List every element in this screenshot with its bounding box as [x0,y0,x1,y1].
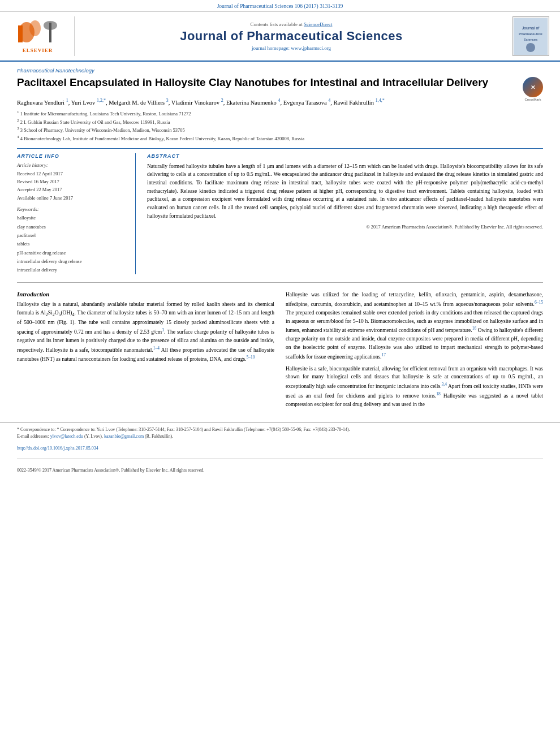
issn-text: 0022-3549/© 2017 American Pharmacists As… [17,467,543,474]
doi-link[interactable]: http://dx.doi.org/10.1016/j.xphs.2017.05… [17,446,98,451]
article-body: Pharmaceutical Nanotechnology Paclitaxel… [0,62,560,418]
article-dates: Received 12 April 2017 Revised 16 May 20… [17,170,128,202]
article-info-column: ARTICLE INFO Article history: Received 1… [17,153,136,275]
keyword-3: paclitaxel [17,231,128,240]
homepage-link[interactable]: www.jpharmsci.org [291,45,331,51]
keywords-label: Keywords: [17,206,128,212]
journal-logo-area: Journal of Pharmaceutical Sciences [508,16,553,56]
footnote-star: * Correspondence to: [17,427,55,432]
email-4-label: (R. Fakhrullin). [145,434,173,439]
keyword-1: halloysite [17,214,128,222]
section-divider [17,282,543,283]
article-title-area: Paclitaxel Encapsulated in Halloysite Cl… [17,76,543,97]
journal-logo-image: Journal of Pharmaceutical Sciences [512,16,549,56]
journal-title: Journal of Pharmaceutical Sciences [79,29,503,44]
footnote-emails: E-mail addresses: ylvov@latech.edu (Y. L… [17,433,543,441]
svg-text:Pharmaceutical: Pharmaceutical [519,32,542,36]
email-3[interactable]: kazanbio@gmail.com [104,434,144,439]
right-paragraph-2: Halloysite is a safe, biocompatible mate… [286,365,543,409]
revised-date: Revised 16 May 2017 [17,178,128,185]
affiliation-1: 1 1 Institute for Micromanufacturing, Lo… [17,109,543,118]
footer-divider [17,459,543,459]
correspondence-text: * Correspondence to: Yuri Lvov (Telephon… [57,427,350,432]
page: Journal of Pharmaceutical Sciences 106 (… [0,0,560,478]
svg-text:Sciences: Sciences [524,38,537,41]
accepted-date: Accepted 22 May 2017 [17,185,128,193]
keyword-6: intracellular delivery drug release [17,257,128,266]
keyword-4: tablets [17,240,128,248]
article-history-label: Article history: [17,162,128,168]
main-left-column: Introduction Halloysite clay is a natura… [17,291,274,412]
affiliations: 1 1 Institute for Micromanufacturing, Lo… [17,109,543,142]
available-date: Available online 7 June 2017 [17,194,128,202]
authors-line: Raghuvara Yendluri 1, Yuri Lvov 1,2,*, M… [17,97,543,107]
svg-point-4 [44,21,57,30]
crossmark-icon: ✕ [523,77,543,97]
right-paragraph-1: Halloysite was utilized for the loading … [286,291,543,361]
svg-point-9 [526,43,535,52]
doi-area: http://dx.doi.org/10.1016/j.xphs.2017.05… [17,444,543,451]
email-2-label: (Y. Lvov), [84,434,103,439]
journal-header: ELSEVIER Contents lists available at Sci… [0,12,560,62]
sciencedirect-link[interactable]: ScienceDirect [304,21,332,27]
page-footer: * Correspondence to: * Correspondence to… [0,422,560,478]
keyword-7: intracellular delivery [17,266,128,274]
footnote-correspondence: * Correspondence to: * Correspondence to… [17,426,543,434]
journal-reference-text: Journal of Pharmaceutical Sciences 106 (… [217,3,343,9]
keywords-list: halloysite clay nanotubes paclitaxel tab… [17,214,128,274]
affiliation-3: 3 3 School of Pharmacy, University of Wi… [17,126,543,134]
received-date: Received 12 April 2017 [17,170,128,178]
sciencedirect-prefix: Contents lists available at [251,21,303,27]
keyword-5: pH-sensitive drug release [17,249,128,257]
email-label: E-mail addresses: [17,434,49,439]
introduction-paragraph-1: Halloysite clay is a natural, abundantly… [17,300,274,364]
svg-text:Journal of: Journal of [522,26,540,30]
homepage-label: journal homepage: [252,45,290,51]
article-title: Paclitaxel Encapsulated in Halloysite Cl… [17,76,517,90]
abstract-copyright: © 2017 American Pharmacists Association®… [147,224,543,230]
elsevier-wordmark: ELSEVIER [23,48,53,53]
affiliation-4: 4 4 Bionanotechnology Lab, Institute of … [17,134,543,143]
elsevier-tree-icon [15,20,61,45]
email-1[interactable]: ylvov@latech.edu [50,434,83,439]
abstract-text: Naturally formed halloysite tubules have… [147,162,543,221]
keyword-2: clay nanotubes [17,223,128,231]
journal-reference-bar: Journal of Pharmaceutical Sciences 106 (… [0,0,560,12]
main-right-column: Halloysite was utilized for the loading … [286,291,543,412]
affiliation-2: 2 2 I. Gubkin Russian State University o… [17,118,543,126]
sciencedirect-label: Contents lists available at ScienceDirec… [79,21,503,27]
abstract-column: ABSTRACT Naturally formed halloysite tub… [147,153,543,275]
elsevier-logo-area: ELSEVIER [7,16,75,56]
section-tag: Pharmaceutical Nanotechnology [17,67,543,74]
journal-title-area: Contents lists available at ScienceDirec… [79,16,503,56]
introduction-heading: Introduction [17,291,274,297]
svg-point-2 [29,20,41,36]
journal-homepage: journal homepage: www.jpharmsci.org [79,45,503,51]
crossmark-badge: ✕ CrossMark [523,77,543,97]
article-info-abstract-section: ARTICLE INFO Article history: Received 1… [17,148,543,275]
main-content-area: Introduction Halloysite clay is a natura… [17,291,543,412]
abstract-header: ABSTRACT [147,153,543,159]
article-info-header: ARTICLE INFO [17,153,128,159]
